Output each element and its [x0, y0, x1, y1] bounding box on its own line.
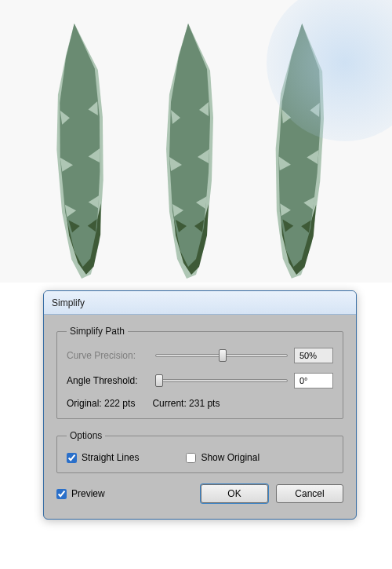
straight-lines-label: Straight Lines — [82, 452, 139, 463]
options-legend: Options — [67, 430, 105, 441]
angle-threshold-value[interactable]: 0° — [294, 373, 333, 388]
artboard-canvas — [0, 0, 392, 283]
curve-precision-value: 50% — [294, 348, 333, 363]
simplify-dialog: Simplify Simplify Path Curve Precision: … — [43, 290, 357, 520]
dialog-body: Simplify Path Curve Precision: 50% Angle… — [44, 315, 356, 519]
show-original-checkbox[interactable]: Show Original — [186, 452, 260, 463]
simplify-path-group: Simplify Path Curve Precision: 50% Angle… — [56, 326, 343, 419]
curve-precision-label: Curve Precision: — [67, 350, 149, 361]
curve-precision-slider — [155, 348, 288, 363]
straight-lines-checkbox[interactable]: Straight Lines — [67, 452, 139, 463]
ok-button[interactable]: OK — [201, 484, 268, 503]
preview-label: Preview — [71, 488, 105, 499]
simplify-path-legend: Simplify Path — [67, 326, 128, 337]
preview-input[interactable] — [56, 489, 67, 499]
current-points: Current: 231 pts — [152, 398, 220, 409]
show-original-input[interactable] — [186, 453, 196, 463]
leaves-illustration — [0, 0, 392, 283]
angle-threshold-label: Angle Threshold: — [67, 375, 149, 386]
options-group: Options Straight Lines Show Original — [56, 430, 343, 473]
dialog-title: Simplify — [52, 297, 85, 308]
original-points: Original: 222 pts — [67, 398, 135, 409]
straight-lines-input[interactable] — [67, 453, 77, 463]
angle-threshold-slider[interactable] — [155, 374, 288, 388]
preview-checkbox[interactable]: Preview — [56, 488, 105, 499]
cancel-button[interactable]: Cancel — [276, 484, 343, 503]
show-original-label: Show Original — [201, 452, 260, 463]
dialog-titlebar[interactable]: Simplify — [44, 291, 356, 315]
